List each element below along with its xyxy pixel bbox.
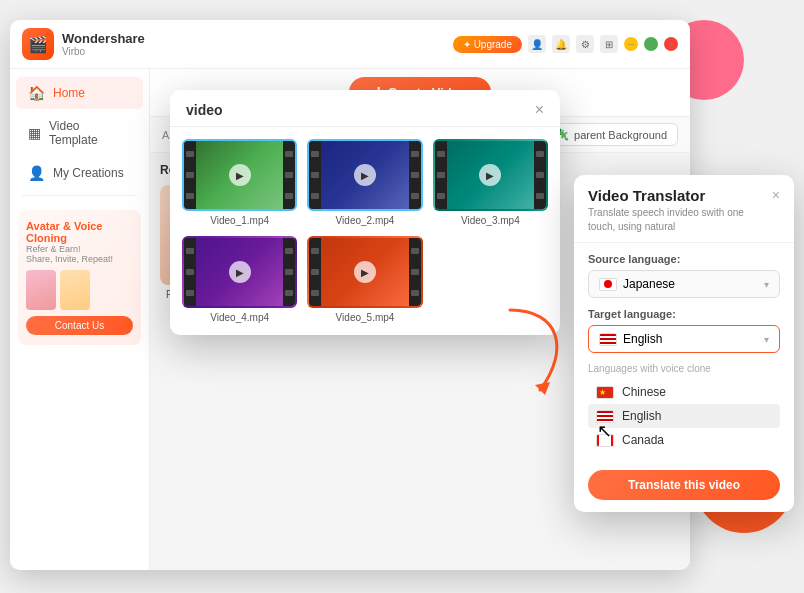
- video-item-4[interactable]: ▶ Video_4.mp4: [182, 236, 297, 323]
- sidebar-ad: Avatar & Voice Cloning Refer & Earn! Sha…: [18, 210, 141, 345]
- target-language-label: Target language:: [588, 308, 780, 320]
- video-item-5[interactable]: ▶ Video_5.mp4: [307, 236, 422, 323]
- video-name-2: Video_2.mp4: [307, 215, 422, 226]
- film-hole: [536, 172, 544, 178]
- film-hole: [437, 151, 445, 157]
- contact-us-button[interactable]: Contact Us: [26, 316, 133, 335]
- film-hole: [285, 193, 293, 199]
- settings-icon[interactable]: ⚙: [576, 35, 594, 53]
- transparent-bg-button[interactable]: 🦎 parent Background: [545, 123, 678, 146]
- film-hole: [437, 193, 445, 199]
- film-hole: [311, 248, 319, 254]
- app-name: Wondershare: [62, 31, 145, 46]
- sidebar-ad-sub: Refer & Earn! Share, Invite, Repeat!: [26, 244, 133, 264]
- film-strip-left-4: [184, 238, 196, 306]
- translator-body: Source language: Japanese ▾ Target langu…: [574, 243, 794, 462]
- film-strip-left-1: [184, 141, 196, 209]
- dialog-header: video ×: [170, 90, 560, 127]
- sidebar-item-my-creations[interactable]: 👤 My Creations: [16, 157, 143, 189]
- dialog-title: video: [186, 102, 223, 118]
- video-template-icon: ▦: [28, 125, 41, 141]
- video-grid: ▶ Video_1.mp4 ▶ Video_2.mp4: [170, 127, 560, 335]
- target-dropdown-left: English: [599, 332, 662, 346]
- minimize-button[interactable]: ─: [624, 37, 638, 51]
- language-option-english[interactable]: English: [588, 404, 780, 428]
- video-thumb-4: ▶: [182, 236, 297, 308]
- voice-clone-section: Languages with voice clone Chinese Engli…: [588, 363, 780, 452]
- film-hole: [186, 290, 194, 296]
- video-play-4: ▶: [229, 261, 251, 283]
- maximize-button[interactable]: □: [644, 37, 658, 51]
- app-subtitle: Virbo: [62, 46, 145, 57]
- share-text: Share, Invite, Repeat!: [26, 254, 113, 264]
- flag-english: [599, 333, 617, 346]
- film-hole: [311, 151, 319, 157]
- source-language-dropdown[interactable]: Japanese ▾: [588, 270, 780, 298]
- translator-title: Video Translator: [588, 187, 772, 204]
- film-hole: [311, 193, 319, 199]
- source-chevron-icon: ▾: [764, 279, 769, 290]
- user-icon[interactable]: 👤: [528, 35, 546, 53]
- bell-icon[interactable]: 🔔: [552, 35, 570, 53]
- video-item-3[interactable]: ▶ Video_3.mp4: [433, 139, 548, 226]
- dialog-close-button[interactable]: ×: [535, 102, 544, 118]
- video-dialog: video × ▶ Video_1.mp4: [170, 90, 560, 335]
- film-hole: [411, 269, 419, 275]
- ad-avatar-1: [26, 270, 56, 310]
- video-item-2[interactable]: ▶ Video_2.mp4: [307, 139, 422, 226]
- title-bar-left: 🎬 Wondershare Virbo: [22, 28, 145, 60]
- flag-chinese: [596, 386, 614, 399]
- sidebar-divider: [22, 195, 137, 196]
- video-name-5: Video_5.mp4: [307, 312, 422, 323]
- video-play-5: ▶: [354, 261, 376, 283]
- film-hole: [285, 248, 293, 254]
- language-option-canada[interactable]: Canada: [588, 428, 780, 452]
- film-hole: [186, 172, 194, 178]
- upgrade-button[interactable]: ✦ Upgrade: [453, 36, 522, 53]
- app-name-group: Wondershare Virbo: [62, 31, 145, 57]
- my-creations-icon: 👤: [28, 165, 45, 181]
- target-language-dropdown[interactable]: English ▾: [588, 325, 780, 353]
- video-name-4: Video_4.mp4: [182, 312, 297, 323]
- film-hole: [536, 193, 544, 199]
- translator-subtitle: Translate speech invideo swith one touch…: [588, 206, 772, 234]
- language-english: English: [622, 409, 661, 423]
- film-hole: [411, 193, 419, 199]
- translate-button[interactable]: Translate this video: [588, 470, 780, 500]
- translator-close-button[interactable]: ×: [772, 187, 780, 203]
- target-language-value: English: [623, 332, 662, 346]
- film-strip-right-1: [283, 141, 295, 209]
- film-strip-left-3: [435, 141, 447, 209]
- video-name-1: Video_1.mp4: [182, 215, 297, 226]
- sidebar-ad-title: Avatar & Voice Cloning: [26, 220, 133, 244]
- language-option-chinese[interactable]: Chinese: [588, 380, 780, 404]
- grid-icon[interactable]: ⊞: [600, 35, 618, 53]
- translator-panel: Video Translator Translate speech invide…: [574, 175, 794, 512]
- video-item-1[interactable]: ▶ Video_1.mp4: [182, 139, 297, 226]
- film-strip-right-5: [409, 238, 421, 306]
- sidebar-label-video-template: Video Template: [49, 119, 131, 147]
- sidebar-item-home[interactable]: 🏠 Home: [16, 77, 143, 109]
- video-play-1: ▶: [229, 164, 251, 186]
- film-hole: [311, 269, 319, 275]
- source-language-value: Japanese: [623, 277, 675, 291]
- source-dropdown-left: Japanese: [599, 277, 675, 291]
- film-hole: [186, 248, 194, 254]
- close-button[interactable]: ×: [664, 37, 678, 51]
- film-hole: [285, 290, 293, 296]
- transparent-bg-label: parent Background: [574, 129, 667, 141]
- flag-english-option: [596, 410, 614, 423]
- film-hole: [285, 151, 293, 157]
- film-hole: [186, 151, 194, 157]
- language-canada: Canada: [622, 433, 664, 447]
- translator-header: Video Translator Translate speech invide…: [574, 175, 794, 243]
- film-hole: [311, 290, 319, 296]
- sidebar-label-home: Home: [53, 86, 85, 100]
- sidebar-item-video-template[interactable]: ▦ Video Template: [16, 111, 143, 155]
- flag-japanese: [599, 278, 617, 291]
- ad-avatar-2: [60, 270, 90, 310]
- film-strip-right-3: [534, 141, 546, 209]
- sidebar-label-my-creations: My Creations: [53, 166, 124, 180]
- logo-icon: 🎬: [28, 35, 48, 54]
- video-play-3: ▶: [479, 164, 501, 186]
